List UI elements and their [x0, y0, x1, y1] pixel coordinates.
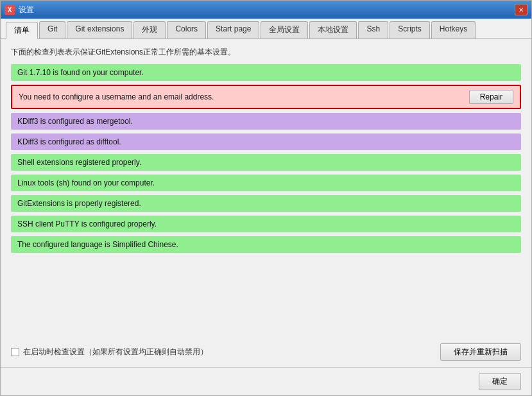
startup-check-checkbox[interactable] — [11, 348, 19, 356]
title-bar: X 设置 ✕ — [1, 1, 531, 19]
tab-ssh[interactable]: Ssh — [358, 21, 388, 39]
settings-window: X 设置 ✕ 清单 Git Git extensions 外观 Colors S… — [0, 0, 532, 396]
tab-start-page[interactable]: Start page — [207, 21, 259, 39]
check-item-mergetool: KDiff3 is configured as mergetool. — [11, 113, 521, 130]
repair-button[interactable]: Repair — [469, 90, 513, 104]
footer-right: 保存并重新扫描 — [440, 343, 521, 361]
startup-check-label: 在启动时检查设置（如果所有设置均正确则自动禁用） — [23, 347, 208, 357]
description-text: 下面的检查列表表示保证GitExtensions正常工作所需的基本设置。 — [11, 47, 521, 58]
tab-hotkeys[interactable]: Hotkeys — [431, 21, 476, 39]
footer: 在启动时检查设置（如果所有设置均正确则自动禁用） 保存并重新扫描 — [1, 337, 531, 367]
title-controls: ✕ — [515, 4, 528, 15]
footer-left: 在启动时检查设置（如果所有设置均正确则自动禁用） — [11, 347, 208, 357]
check-item-linux: Linux tools (sh) found on your computer. — [11, 175, 521, 191]
check-item-difftool: KDiff3 is configured as difftool. — [11, 133, 521, 150]
check-item-username: You need to configure a username and an … — [11, 85, 521, 109]
tab-colors[interactable]: Colors — [167, 21, 206, 39]
tabs-row: 清单 Git Git extensions 外观 Colors Start pa… — [1, 19, 531, 39]
tab-local-settings[interactable]: 本地设置 — [309, 21, 357, 39]
window-icon: X — [4, 4, 15, 15]
tab-appearance[interactable]: 外观 — [133, 21, 166, 39]
tab-git-extensions[interactable]: Git extensions — [67, 21, 132, 39]
close-button[interactable]: ✕ — [515, 4, 528, 15]
check-item-gitextensions: GitExtensions is properly registered. — [11, 195, 521, 212]
check-item-language: The configured language is Simplified Ch… — [11, 236, 521, 253]
bottom-bar: 确定 — [1, 367, 531, 395]
ok-button[interactable]: 确定 — [479, 373, 521, 390]
check-item-shell: Shell extensions registered properly. — [11, 154, 521, 171]
save-rescan-button[interactable]: 保存并重新扫描 — [440, 343, 521, 361]
tab-qingdan[interactable]: 清单 — [6, 22, 38, 39]
tab-git[interactable]: Git — [39, 21, 65, 39]
check-item-git: Git 1.7.10 is found on your computer. — [11, 64, 521, 81]
tab-scripts[interactable]: Scripts — [390, 21, 430, 39]
check-item-ssh: SSH client PuTTY is configured properly. — [11, 216, 521, 232]
content-area: 下面的检查列表表示保证GitExtensions正常工作所需的基本设置。 Git… — [1, 39, 531, 337]
tab-global-settings[interactable]: 全局设置 — [261, 21, 308, 39]
title-bar-left: X 设置 — [4, 4, 34, 15]
window-title: 设置 — [19, 4, 34, 15]
